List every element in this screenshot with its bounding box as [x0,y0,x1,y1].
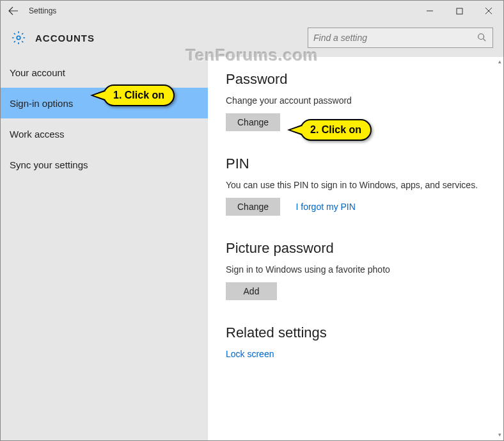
search-icon [477,33,487,43]
section-pin: PIN You can use this PIN to sign in to W… [226,156,489,216]
change-password-button[interactable]: Change [226,113,280,131]
section-desc: You can use this PIN to sign in to Windo… [226,180,489,190]
sidebar-item-label: Your account [10,67,65,78]
header: ACCOUNTS [1,21,503,57]
section-related: Related settings Lock screen [226,325,489,359]
page-title: ACCOUNTS [35,33,308,44]
scroll-down-icon[interactable]: ▾ [496,430,503,439]
svg-line-6 [484,39,486,42]
sidebar-item-work-access[interactable]: Work access [1,118,208,149]
sidebar-item-label: Sync your settings [10,159,88,170]
body: Your account Sign-in options Work access… [1,57,503,440]
scroll-up-icon[interactable]: ▴ [496,57,503,66]
search-input[interactable] [313,33,477,43]
window-title: Settings [26,6,415,15]
section-heading: Related settings [226,325,489,341]
forgot-pin-link[interactable]: I forgot my PIN [296,202,356,212]
section-desc: Change your account password [226,95,489,106]
window-controls [415,1,503,21]
search-box[interactable] [308,28,493,48]
sidebar-item-label: Sign-in options [10,98,73,109]
close-button[interactable] [474,1,503,21]
back-button[interactable] [1,1,26,21]
section-heading: Password [226,71,489,88]
sidebar-item-sync-settings[interactable]: Sync your settings [1,149,208,180]
svg-point-5 [478,34,484,40]
maximize-button[interactable] [445,1,474,21]
svg-rect-1 [457,8,462,14]
svg-point-4 [17,36,20,40]
titlebar: Settings [1,1,503,21]
sidebar-item-sign-in-options[interactable]: Sign-in options [1,88,208,118]
sidebar: Your account Sign-in options Work access… [1,57,208,440]
section-desc: Sign in to Windows using a favorite phot… [226,264,489,275]
scrollbar[interactable]: ▴ ▾ [496,57,503,439]
section-picture-password: Picture password Sign in to Windows usin… [226,240,489,300]
minimize-button[interactable] [415,1,445,21]
section-heading: PIN [226,156,489,172]
lock-screen-link[interactable]: Lock screen [226,349,489,359]
content: Password Change your account password Ch… [208,57,503,440]
change-pin-button[interactable]: Change [226,198,280,216]
section-password: Password Change your account password Ch… [226,71,489,131]
gear-icon [11,30,26,45]
sidebar-item-label: Work access [10,129,65,140]
section-heading: Picture password [226,240,489,257]
sidebar-item-your-account[interactable]: Your account [1,57,208,88]
add-picture-password-button[interactable]: Add [226,282,277,300]
